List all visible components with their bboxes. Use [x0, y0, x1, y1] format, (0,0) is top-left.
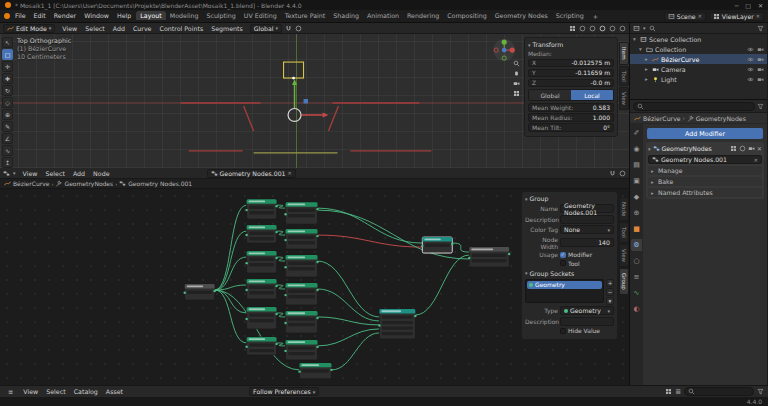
measure-tool[interactable]: ∠: [2, 133, 13, 144]
workspace-tab[interactable]: Compositing: [443, 11, 490, 20]
viewport-sidebar-tab[interactable]: View: [619, 87, 629, 110]
outliner-row-camera[interactable]: ▸ Camera: [630, 64, 767, 74]
asset-search[interactable]: [684, 387, 754, 396]
render-tab[interactable]: ◉: [631, 143, 642, 155]
expander-icon[interactable]: ▸: [645, 76, 650, 82]
outliner-search-icon[interactable]: [649, 25, 656, 32]
extrude-tool[interactable]: ↥: [2, 157, 13, 168]
orientation-dropdown[interactable]: Global▾: [250, 24, 282, 33]
viewport-canvas-area[interactable]: ↖□✛✚↻◇⊕✎∠∿↥ Top Orthographic (1) BézierC…: [0, 34, 629, 168]
expander-icon[interactable]: ▸: [645, 66, 650, 72]
mean-radius-field[interactable]: Mean Radius:1.000: [528, 113, 614, 122]
workspace-tab[interactable]: Animation: [363, 11, 403, 20]
viewport-menu[interactable]: Add: [109, 24, 129, 33]
viewport-menu[interactable]: Segments: [207, 24, 247, 33]
topbar-menu[interactable]: Edit: [30, 11, 50, 20]
usage-modifier-row[interactable]: ✓ Modifier: [560, 251, 614, 258]
annotate-tool[interactable]: ✎: [2, 121, 13, 132]
delete-modifier-icon[interactable]: ✕: [757, 145, 762, 152]
blender-menu-icon[interactable]: [4, 13, 10, 19]
expander-icon[interactable]: ▸: [645, 56, 650, 62]
unlink-nodetree-icon[interactable]: ✕: [754, 157, 758, 163]
node-overlays-icon[interactable]: [619, 170, 626, 177]
breadcrumb-object[interactable]: BézierCurve: [643, 115, 681, 122]
asset-search-input[interactable]: [697, 388, 750, 395]
mean-tilt-field[interactable]: Mean Tilt:0°: [528, 123, 614, 132]
breadcrumb-modifier[interactable]: GeometryNodes: [696, 115, 746, 122]
breadcrumb-object[interactable]: BézierCurve: [13, 180, 49, 187]
pan-hand-icon[interactable]: [513, 70, 520, 77]
toggle-ortho-icon[interactable]: [513, 90, 520, 97]
mode-dropdown[interactable]: Edit Mode▾: [3, 24, 55, 33]
rotate-tool[interactable]: ↻: [2, 85, 13, 96]
manage-subpanel[interactable]: ▸Manage: [648, 166, 762, 175]
thumbnail-view-icon[interactable]: [665, 388, 672, 395]
outliner-row-beziercurve[interactable]: ▸ BézierCurve: [630, 54, 767, 64]
expander-icon[interactable]: ▾: [633, 36, 638, 42]
topbar-menu[interactable]: Render: [50, 11, 80, 20]
node-graph-area[interactable]: ▾ Group Name Geometry Nodes.001 Descript…: [0, 189, 629, 385]
properties-filter-icon[interactable]: [757, 103, 764, 110]
output-tab[interactable]: ▤: [631, 159, 642, 171]
tweak-tool[interactable]: ↖: [2, 37, 13, 48]
named-attributes-subpanel[interactable]: ▸Named Attributes: [648, 188, 762, 197]
cursor-tool[interactable]: ✛: [2, 61, 13, 72]
node-sidebar-tab[interactable]: Group: [619, 268, 629, 295]
group-name-field[interactable]: Geometry Nodes.001: [560, 204, 614, 213]
topbar-menu[interactable]: Window: [80, 11, 113, 20]
hide-viewport-eye-icon[interactable]: [747, 76, 754, 83]
socket-specials-button[interactable]: ▾: [606, 297, 614, 305]
usage-tool-row[interactable]: Tool: [560, 260, 614, 267]
socket-description-field[interactable]: [560, 317, 614, 326]
modifier-checkbox[interactable]: ✓: [560, 252, 566, 258]
list-view-icon[interactable]: ≣: [675, 388, 681, 396]
node-sidebar-tab[interactable]: View: [619, 244, 629, 267]
expander-icon[interactable]: ▾: [639, 46, 644, 52]
topbar-menu[interactable]: Help: [113, 11, 135, 20]
outliner-filter-icon[interactable]: [757, 25, 764, 32]
local-toggle-button[interactable]: Local: [571, 90, 613, 100]
add-socket-button[interactable]: +: [606, 279, 614, 287]
properties-search-input[interactable]: [646, 103, 751, 110]
camera-view-icon[interactable]: [513, 80, 520, 87]
workspace-tab[interactable]: UV Editing: [240, 11, 281, 20]
group-description-field[interactable]: [560, 215, 614, 224]
group-collapse-icon[interactable]: ▾: [525, 196, 528, 202]
workspace-tab[interactable]: Sculpting: [202, 11, 239, 20]
tool-tab[interactable]: ✐: [631, 127, 642, 139]
viewport-menu[interactable]: View: [58, 24, 81, 33]
socket-item-geometry[interactable]: Geometry: [527, 281, 602, 289]
hide-viewport-eye-icon[interactable]: [747, 66, 754, 73]
outliner-display-mode-icon[interactable]: [633, 25, 640, 32]
proportional-edit-icon[interactable]: [295, 25, 302, 32]
viewport-menu[interactable]: Control Points: [156, 24, 208, 33]
workspace-tab[interactable]: Shading: [329, 11, 363, 20]
socket-type-dropdown[interactable]: Geometry▾: [560, 306, 614, 315]
scene-tab[interactable]: ◆: [631, 191, 642, 203]
material-tab[interactable]: ◐: [631, 303, 642, 315]
shading-material-icon[interactable]: [609, 25, 616, 32]
modifier-nodetree-selector[interactable]: Geometry Nodes.001 ✕: [648, 155, 762, 164]
hide-viewport-eye-icon[interactable]: [747, 56, 754, 63]
workspace-tab[interactable]: Scripting: [552, 11, 588, 20]
median-y-field[interactable]: Y-0.11659 m: [528, 69, 614, 78]
median-x-field[interactable]: X-0.012575 m: [528, 59, 614, 68]
render-toggle-icon[interactable]: [748, 145, 755, 152]
add-modifier-button[interactable]: Add Modifier: [647, 128, 763, 139]
object-data-tab[interactable]: ∿: [631, 287, 642, 299]
properties-search[interactable]: [633, 102, 755, 111]
import-method-dropdown[interactable]: Follow Preferences▾: [249, 387, 319, 396]
color-tag-dropdown[interactable]: None▾: [560, 225, 614, 234]
select-box-tool[interactable]: □: [2, 49, 13, 60]
disable-render-camera-icon[interactable]: [757, 76, 764, 83]
outliner-mode-caret-icon[interactable]: ▾: [643, 25, 646, 31]
asset-menu[interactable]: View: [19, 387, 42, 396]
hamburger-icon[interactable]: ≡: [4, 387, 17, 396]
workspace-tab[interactable]: Layout: [136, 11, 165, 20]
maximize-button[interactable]: □: [745, 2, 751, 9]
node-editor-menu[interactable]: View: [19, 169, 42, 178]
asset-menu[interactable]: Select: [42, 387, 69, 396]
disable-render-camera-icon[interactable]: [757, 46, 764, 53]
bake-subpanel[interactable]: ▸Bake: [648, 177, 762, 186]
constraints-tab[interactable]: ≡: [631, 271, 642, 283]
